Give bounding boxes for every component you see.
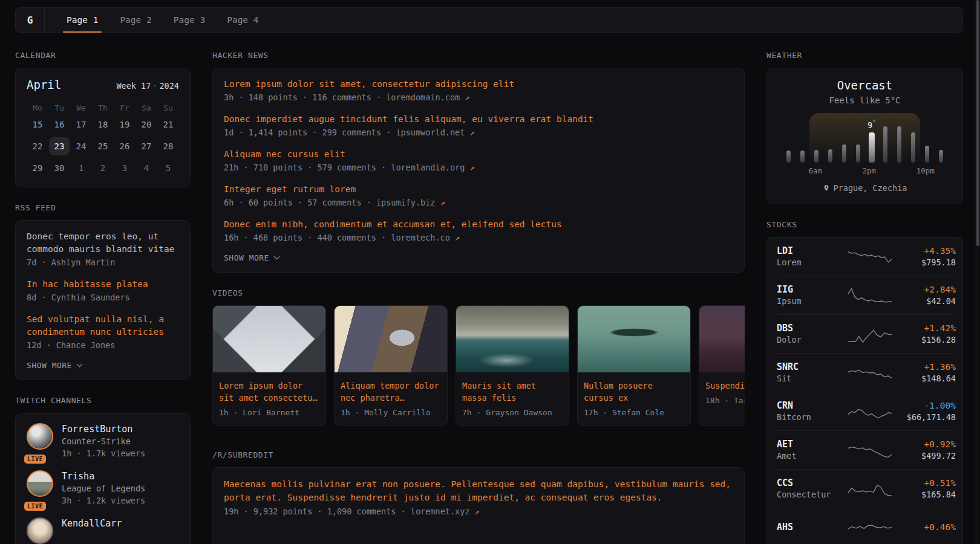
stocks-widget: STOCKS LDILorem+4.35%$795.18IIGIpsum+2.8… [766,220,963,544]
rss-item-title[interactable]: Sed volutpat nulla nisl, a condimentum n… [27,313,179,338]
video-thumbnail[interactable] [456,306,569,372]
app-logo[interactable]: G [16,8,45,32]
stock-values: +2.84%$42.04 [898,284,956,306]
hackernews-list: Lorem ipsum dolor sit amet, consectetur … [224,78,733,244]
rss-item-title[interactable]: In hac habitasse platea [27,278,179,291]
scrollbar-thumb[interactable] [976,0,979,246]
weather-bar [814,150,818,163]
hackernews-item-title[interactable]: Lorem ipsum dolor sit amet, consectetur … [224,78,733,91]
weather-bar-slot [782,151,795,163]
twitch-channel-info: KendallCarr [62,517,122,544]
video-thumbnail[interactable] [213,306,325,372]
video-thumbnail[interactable] [699,306,745,372]
hackernews-item-title[interactable]: Donec imperdiet augue tincidunt felis al… [224,113,733,126]
calendar-day: 27 [136,137,157,155]
tab-page-2[interactable]: Page 2 [116,8,155,32]
calendar-day: 22 [27,137,48,155]
video-meta: 17h · Stefan Cole [584,407,684,418]
stock-row[interactable]: AETAmet+0.92%$499.72 [777,430,953,469]
hackernews-item-domain-link[interactable]: ipsumify.biz ↗ [376,198,445,207]
stock-identity: CRNBitcorn [777,400,842,423]
video-row: Lorem ipsum dolor sit amet consectetu…1h… [212,305,745,426]
hackernews-item-meta: 3h · 148 points · 116 comments · loremdo… [224,91,733,104]
video-card-body: Nullam posuere cursus ex17h · Stefan Col… [578,372,690,426]
video-title[interactable]: Aliquam tempor dolor nec pharetra… [341,380,441,404]
subreddit-post-domain-link[interactable]: loremnet.xyz ↗ [411,507,480,516]
hackernews-item-meta: 16h · 468 points · 440 comments · loremt… [224,232,733,244]
hackernews-item-title[interactable]: Donec enim nibh, condimentum et accumsan… [224,218,733,231]
calendar-day: 30 [49,159,70,177]
avatar [27,423,53,450]
stock-sparkline [848,323,892,345]
twitch-channel-name[interactable]: Trisha [62,470,145,482]
stock-name: Amet [777,450,842,461]
stock-change: +1.42% [898,323,956,334]
twitch-channel-name[interactable]: ForrestBurton [62,423,145,435]
rss-show-more-button[interactable]: SHOW MORE [27,361,82,370]
video-thumbnail[interactable] [335,306,447,372]
stock-name: Sit [777,373,842,384]
video-card[interactable]: Suspendisse diam18h · Tara [699,305,745,426]
tab-page-1[interactable]: Page 1 [63,8,102,32]
video-card[interactable]: Aliquam tempor dolor nec pharetra…1h · M… [334,305,448,426]
subreddit-post-title[interactable]: Maecenas mollis pulvinar erat non posuer… [224,478,733,504]
calendar-week: Week 17 [116,81,151,91]
stock-row[interactable]: LDILorem+4.35%$795.18 [777,238,953,276]
video-title[interactable]: Mauris sit amet massa felis [462,380,563,404]
calendar-day: 26 [114,137,135,155]
stock-row[interactable]: AHS+0.46% [777,508,953,544]
stock-row[interactable]: IIGIpsum+2.84%$42.04 [777,276,953,314]
hackernews-item-domain-link[interactable]: loremdomain.com ↗ [386,92,469,102]
video-title[interactable]: Lorem ipsum dolor sit amet consectetu… [219,380,319,404]
hackernews-show-more-button[interactable]: SHOW MORE [224,253,279,262]
stock-identity: SNRCSit [777,361,842,384]
twitch-channel-name[interactable]: KendallCarr [62,517,122,529]
weather-location[interactable]: Prague, Czechia [778,183,952,193]
rss-item-title[interactable]: Donec tempor eros leo, ut commodo mauris… [27,230,179,256]
hackernews-item-title[interactable]: Integer eget rutrum lorem [224,183,733,196]
video-title[interactable]: Suspendisse diam [705,380,745,392]
hackernews-item-domain-link[interactable]: loremtech.co ↗ [391,233,460,242]
weather-bar-slot [851,144,865,163]
weather-current-temp: 9° [867,119,876,130]
stock-row[interactable]: SNRCSit+1.36%$148.64 [777,353,953,392]
stock-name: Lorem [777,257,842,268]
twitch-channel-row[interactable]: KendallCarr [27,517,179,544]
video-title[interactable]: Nullam posuere cursus ex [584,380,684,404]
stock-row[interactable]: DBSDolor+1.42%$156.28 [777,314,953,353]
twitch-channel-info: ForrestBurtonCounter-Strike1h · 1.7k vie… [62,423,145,459]
weather-bar [925,146,929,163]
hackernews-item: Donec enim nibh, condimentum et accumsan… [224,218,733,244]
twitch-channel-row[interactable]: LIVETrishaLeague of Legends3h · 1.2k vie… [27,470,179,507]
video-thumbnail[interactable] [578,306,690,372]
video-card[interactable]: Lorem ipsum dolor sit amet consectetu…1h… [212,305,326,426]
calendar-weekday: Mo [27,101,48,115]
stock-change: +1.36% [898,361,956,373]
video-card[interactable]: Nullam posuere cursus ex17h · Stefan Col… [577,305,691,426]
tab-page-3[interactable]: Page 3 [170,8,209,32]
calendar-weekday-row: MoTuWeThFrSaSu [27,101,179,115]
weather-hour-label: 10pm [916,166,935,175]
stock-symbol: CCS [777,478,842,489]
weather-hourly-chart: 9° [782,113,948,163]
weather-feels-like: Feels like 5°C [778,96,952,105]
video-card[interactable]: Mauris sit amet massa felis7h · Grayson … [456,305,569,426]
weather-bar-slot [906,132,920,163]
hackernews-item-domain-link[interactable]: ipsumworld.net ↗ [396,128,474,137]
stock-row[interactable]: CRNBitcorn-1.00%$66,171.48 [777,392,953,430]
stock-identity: AHS [777,522,842,533]
section-title-twitch: TWITCH CHANNELS [15,396,191,405]
hackernews-item-domain-link[interactable]: loremlandia.org ↗ [391,163,474,172]
stock-row[interactable]: CCSConsectetur+0.51%$165.84 [777,469,953,508]
twitch-avatar-wrap [27,517,53,544]
chevron-down-icon [274,254,280,260]
stock-symbol: LDI [777,245,842,257]
twitch-channel-row[interactable]: LIVEForrestBurtonCounter-Strike1h · 1.7k… [27,423,179,459]
hackernews-item-title[interactable]: Aliquam nec cursus elit [224,148,733,161]
tab-page-4[interactable]: Page 4 [223,8,262,32]
stock-values: +1.36%$148.64 [898,361,956,384]
weather-hour-spacer [903,166,916,175]
weather-hour-spacer [822,166,835,175]
calendar-days-grid: 1516171819202122232425262728293012345 [27,115,179,177]
hackernews-item: Lorem ipsum dolor sit amet, consectetur … [224,78,733,104]
